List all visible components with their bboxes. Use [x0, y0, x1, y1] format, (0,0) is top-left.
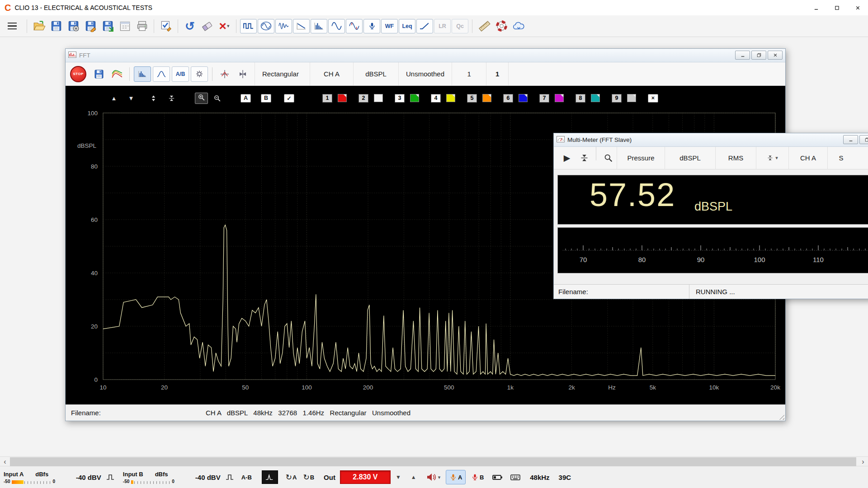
input-b-coupling-button[interactable] — [225, 474, 236, 481]
display-bars-toggle[interactable] — [134, 66, 151, 82]
output-up-button[interactable]: ▲ — [411, 474, 416, 480]
slave-select[interactable]: S — [827, 147, 854, 169]
average-select[interactable]: 1 — [452, 62, 486, 85]
acoustical-parameters-button[interactable] — [363, 19, 380, 33]
sample-rate-display[interactable]: 48kHz — [530, 474, 549, 481]
autoscale-button[interactable] — [148, 94, 159, 102]
input-a-gain-button[interactable]: -40 dBV — [76, 474, 101, 481]
zoom-out-button[interactable] — [212, 94, 222, 102]
input-b-gain-button[interactable]: -40 dBV — [195, 474, 221, 481]
calendar-button[interactable] — [116, 18, 133, 35]
save-button[interactable] — [47, 18, 65, 35]
analysis-button[interactable] — [262, 470, 278, 484]
curve-6-button[interactable]: 6 — [503, 94, 513, 103]
unit-select[interactable]: dBSPL — [353, 62, 398, 85]
menu-button[interactable] — [5, 19, 20, 34]
reference-a-button[interactable]: A — [241, 94, 251, 103]
fft-minimize-button[interactable] — [735, 51, 750, 60]
scroll-right-button[interactable]: › — [858, 457, 868, 467]
ruler-button[interactable] — [476, 18, 493, 35]
input-a-coupling-button[interactable] — [106, 474, 117, 481]
output-voltage-display[interactable]: 2.830 V — [340, 470, 391, 484]
multimeter-titlebar[interactable]: Multi-Meter (FFT Slave) — [554, 133, 868, 147]
measurement-select[interactable]: Pressure — [617, 147, 665, 169]
save-edit-button[interactable] — [82, 18, 99, 35]
fft-restore-button[interactable] — [751, 51, 766, 60]
fft-close-button[interactable] — [768, 51, 783, 60]
minimize-button[interactable] — [806, 0, 826, 15]
waterfall-analysis-button[interactable]: WF — [381, 19, 398, 33]
wavelet-button[interactable] — [275, 19, 292, 33]
curve-9-button[interactable]: 9 — [612, 94, 622, 103]
range-select[interactable]: ▾ — [756, 147, 788, 169]
scrollbar-thumb[interactable] — [10, 457, 856, 466]
overlays-button[interactable] — [108, 66, 126, 82]
meter-zoom-button[interactable] — [599, 147, 617, 169]
fft-button[interactable] — [311, 19, 327, 33]
curve-3-button[interactable]: 3 — [395, 94, 405, 103]
distortion-button[interactable] — [346, 19, 363, 33]
ab-diff-button[interactable]: A-B — [241, 474, 252, 481]
curve-7-button[interactable]: 7 — [539, 94, 549, 103]
scroll-left-button[interactable]: ‹ — [0, 457, 10, 467]
output-device-button[interactable]: ▾ — [426, 472, 441, 483]
stop-button[interactable]: STOP — [70, 66, 86, 82]
fft-settings-button[interactable] — [191, 66, 208, 82]
display-curve-toggle[interactable] — [153, 66, 170, 82]
output-down-button[interactable]: ▼ — [396, 474, 401, 480]
directivity-button[interactable] — [293, 19, 310, 33]
curve-2-button[interactable]: 2 — [359, 94, 368, 103]
meter-play-button[interactable]: ▶ — [558, 147, 576, 169]
qc-button[interactable]: Qc — [452, 19, 468, 33]
generator-a-button[interactable]: ↻A — [286, 473, 297, 482]
curve-8-button[interactable]: 8 — [576, 94, 585, 103]
keyboard-shortcuts-button[interactable] — [509, 472, 521, 483]
mm-restore-button[interactable] — [859, 135, 868, 144]
verify-button[interactable] — [157, 18, 175, 35]
mls-button[interactable] — [240, 19, 257, 33]
fraction-select[interactable]: 1 — [486, 62, 509, 85]
mic-b-button[interactable]: B — [467, 470, 487, 484]
cloud-button[interactable] — [510, 18, 527, 35]
compress-button[interactable] — [166, 94, 177, 102]
curve-4-button[interactable]: 4 — [431, 94, 441, 103]
zoom-in-button[interactable] — [195, 93, 208, 104]
meter-compress-button[interactable] — [576, 147, 593, 169]
fft-titlebar[interactable]: FFT — [66, 49, 785, 62]
ab-compare-toggle[interactable]: A/B — [172, 66, 189, 82]
generator-b-button[interactable]: ↻B — [303, 473, 314, 482]
meter-channel-select[interactable]: CH A — [788, 147, 827, 169]
smoothing-select[interactable]: Unsmoothed — [398, 62, 452, 85]
save-settings-button[interactable] — [65, 18, 82, 35]
sinusoidal-button[interactable] — [258, 19, 274, 33]
window-type-select[interactable]: Rectangular — [255, 62, 310, 85]
save-curve-button[interactable] — [90, 66, 108, 82]
open-button[interactable] — [30, 18, 47, 35]
curve-1-color[interactable] — [338, 94, 347, 102]
reference-b-button[interactable]: B — [261, 94, 271, 103]
export-button[interactable] — [99, 18, 116, 35]
marker-toggle-button[interactable]: ✓ — [284, 94, 294, 103]
scale-down-button[interactable]: ▼ — [126, 95, 136, 102]
scale-up-button[interactable]: ▲ — [109, 95, 119, 102]
close-curves-button[interactable]: × — [648, 94, 658, 103]
lr-meter-button[interactable]: LR — [434, 19, 451, 33]
linearity-button[interactable] — [416, 19, 433, 33]
marker-b-button[interactable] — [234, 66, 252, 82]
close-button[interactable] — [847, 0, 868, 15]
curve-4-color[interactable] — [446, 94, 455, 102]
delete-all-button[interactable]: ×▾ — [216, 18, 233, 35]
curve-5-color[interactable] — [482, 94, 491, 102]
maximize-button[interactable] — [826, 0, 847, 15]
curve-8-color[interactable] — [591, 94, 600, 102]
curve-5-button[interactable]: 5 — [467, 94, 477, 103]
resize-grip[interactable] — [778, 414, 784, 420]
curve-3-color[interactable] — [410, 94, 419, 102]
mm-minimize-button[interactable] — [843, 135, 858, 144]
meter-unit-select[interactable]: dBSPL — [665, 147, 715, 169]
curve-7-color[interactable] — [555, 94, 564, 102]
channel-select[interactable]: CH A — [310, 62, 353, 85]
curve-1-button[interactable]: 1 — [322, 94, 332, 103]
erase-button[interactable] — [198, 18, 216, 35]
horizontal-scrollbar[interactable]: ‹ › — [0, 456, 868, 466]
